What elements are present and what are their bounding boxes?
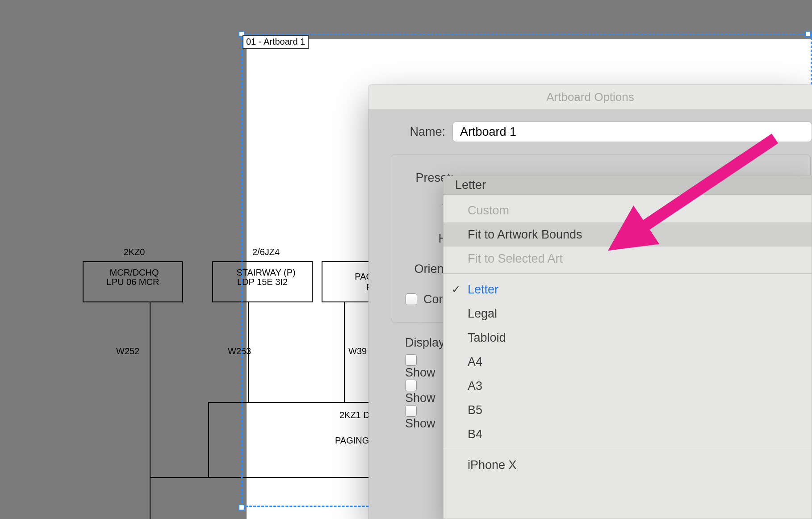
diagram-lower-label: 2KZ1 D	[339, 410, 370, 420]
selection-handle-tr[interactable]	[805, 31, 811, 37]
preset-dropdown-menu[interactable]: Letter Custom Fit to Artwork Bounds Fit …	[443, 176, 812, 519]
name-label: Name:	[391, 125, 445, 139]
dropdown-item-iphone-x[interactable]: iPhone X	[444, 453, 812, 477]
diagram-wire-label: W39	[348, 346, 367, 356]
diagram-box: LPU 06 MCR	[83, 261, 183, 302]
dropdown-item-fit-selected-art: Fit to Selected Art	[444, 247, 812, 271]
show-checkbox-2[interactable]	[405, 380, 417, 391]
dropdown-item-legal[interactable]: Legal	[444, 301, 812, 326]
diagram-wire-label: W253	[228, 346, 251, 356]
show-label-2: Show	[405, 391, 435, 405]
diagram-connector	[150, 302, 151, 519]
dropdown-item-a3[interactable]: A3	[444, 374, 812, 398]
checkmark-icon: ✓	[452, 283, 460, 296]
diagram-connector	[344, 302, 345, 403]
artboard-label[interactable]: 01 - Artboard 1	[243, 35, 309, 49]
diagram-connector	[150, 477, 208, 478]
dropdown-item-b5[interactable]: B5	[444, 398, 812, 422]
dropdown-item-fit-artwork-bounds[interactable]: Fit to Artwork Bounds	[444, 222, 812, 247]
dropdown-separator	[444, 449, 812, 449]
diagram-lower-label: PAGING	[335, 435, 369, 446]
constrain-checkbox[interactable]	[406, 293, 417, 305]
preset-dropdown-current[interactable]: Letter	[444, 176, 812, 195]
show-checkbox-1[interactable]	[405, 354, 417, 366]
dropdown-item-b4[interactable]: B4	[444, 422, 812, 446]
show-checkbox-3[interactable]	[405, 405, 417, 417]
show-label-1: Show	[405, 366, 435, 379]
dropdown-item-a4[interactable]: A4	[444, 350, 812, 374]
selection-handle-bl[interactable]	[239, 504, 245, 511]
dropdown-item-tabloid[interactable]: Tabloid	[444, 326, 812, 350]
diagram-wire-label: W252	[116, 346, 139, 356]
dropdown-item-letter[interactable]: ✓ Letter	[444, 277, 812, 301]
show-label-3: Show	[405, 417, 435, 430]
name-input[interactable]	[452, 121, 812, 142]
preset-dropdown-list: Custom Fit to Artwork Bounds Fit to Sele…	[444, 195, 812, 477]
dropdown-item-custom: Custom	[444, 198, 812, 222]
diagram-box: LDP 15E 3I2	[212, 261, 313, 302]
dialog-title: Artboard Options	[368, 85, 812, 110]
dropdown-separator	[444, 273, 812, 274]
